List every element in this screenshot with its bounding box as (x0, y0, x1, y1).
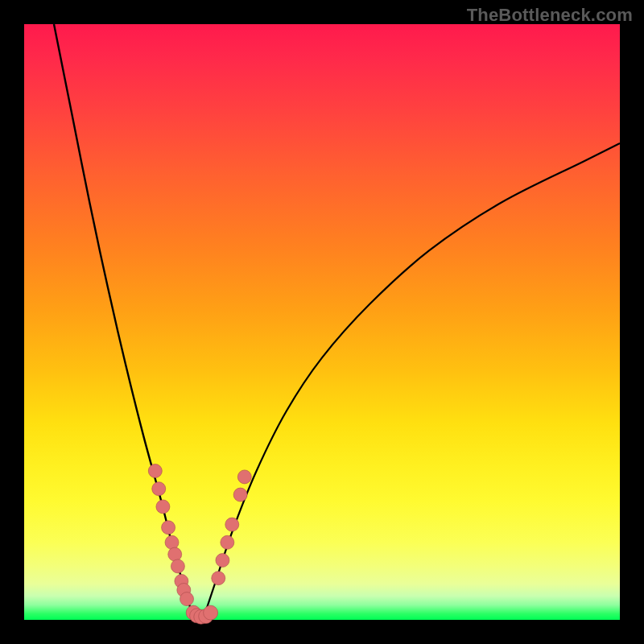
data-point (165, 535, 179, 549)
data-point (204, 605, 218, 620)
chart-container: TheBottleneck.com (0, 0, 644, 644)
data-points (148, 464, 251, 625)
data-point (237, 470, 251, 484)
data-point (233, 488, 247, 502)
data-point (148, 464, 162, 478)
chart-svg (24, 24, 620, 620)
data-point (225, 518, 239, 531)
data-point (221, 535, 234, 549)
watermark-text: TheBottleneck.com (467, 5, 633, 26)
data-point (212, 572, 225, 585)
data-point (162, 521, 175, 535)
data-point (180, 592, 194, 606)
data-point (168, 547, 182, 561)
data-point (152, 482, 166, 496)
right-branch-curve (203, 143, 620, 620)
data-point (171, 559, 184, 573)
data-point (156, 500, 170, 514)
data-point (216, 554, 229, 568)
